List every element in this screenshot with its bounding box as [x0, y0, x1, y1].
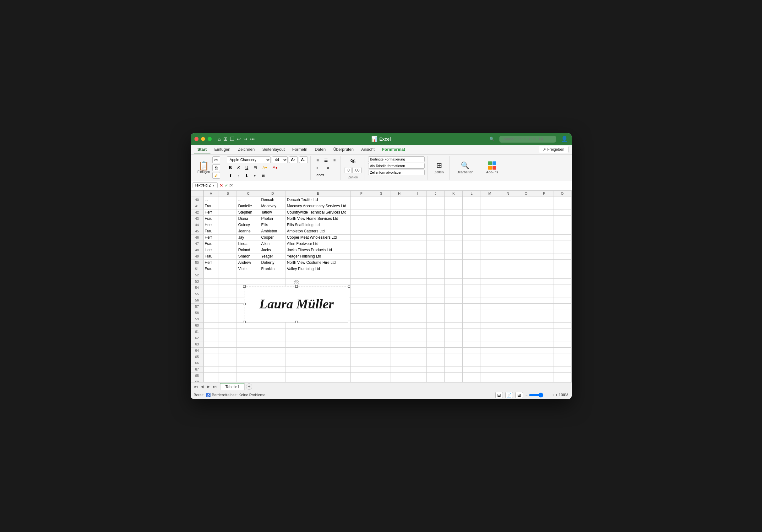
- rotate-handle[interactable]: ↻: [294, 280, 299, 285]
- search-input[interactable]: [499, 136, 556, 143]
- cell[interactable]: [463, 215, 481, 222]
- cell[interactable]: [390, 247, 408, 253]
- cell[interactable]: [372, 372, 390, 379]
- cell[interactable]: [553, 241, 572, 247]
- cell[interactable]: [535, 366, 554, 372]
- cell[interactable]: [553, 196, 572, 203]
- zoom-decrease-icon[interactable]: −: [525, 393, 528, 397]
- cell[interactable]: [553, 354, 572, 360]
- cell[interactable]: [444, 297, 463, 303]
- cell[interactable]: [444, 241, 463, 247]
- cell[interactable]: [219, 253, 237, 260]
- cell[interactable]: [553, 284, 572, 291]
- row-header-61[interactable]: 61: [190, 329, 203, 335]
- cell[interactable]: [372, 360, 390, 366]
- cell[interactable]: [517, 241, 535, 247]
- cell[interactable]: [426, 303, 445, 310]
- cell[interactable]: [408, 297, 426, 303]
- cell[interactable]: [350, 329, 372, 335]
- cell[interactable]: [350, 196, 372, 203]
- cell[interactable]: [390, 241, 408, 247]
- cell[interactable]: [372, 215, 390, 222]
- cell[interactable]: [285, 335, 350, 341]
- col-header-g[interactable]: G: [372, 190, 390, 196]
- cell[interactable]: [408, 203, 426, 209]
- cell[interactable]: [517, 329, 535, 335]
- cell[interactable]: Herr: [203, 260, 219, 266]
- cell[interactable]: [535, 260, 554, 266]
- cell[interactable]: [408, 234, 426, 241]
- cell[interactable]: [285, 329, 350, 335]
- col-header-f[interactable]: F: [350, 190, 372, 196]
- cell[interactable]: [350, 228, 372, 234]
- cell[interactable]: [499, 322, 517, 329]
- cell[interactable]: [260, 366, 285, 372]
- cell[interactable]: [237, 354, 260, 360]
- cell[interactable]: [481, 379, 499, 382]
- cell[interactable]: [203, 329, 219, 335]
- cell[interactable]: [390, 260, 408, 266]
- cell[interactable]: [219, 234, 237, 241]
- cell[interactable]: [463, 372, 481, 379]
- cell[interactable]: [481, 360, 499, 366]
- col-header-l[interactable]: L: [463, 190, 481, 196]
- cell[interactable]: Yeager: [260, 253, 285, 260]
- cell[interactable]: [408, 347, 426, 354]
- align-bottom-button[interactable]: ⬇: [243, 173, 251, 179]
- cell[interactable]: [350, 203, 372, 209]
- cell[interactable]: [390, 297, 408, 303]
- cell[interactable]: [285, 366, 350, 372]
- col-header-h[interactable]: H: [390, 190, 408, 196]
- cell[interactable]: [219, 372, 237, 379]
- cell[interactable]: [499, 310, 517, 316]
- cell[interactable]: [517, 278, 535, 284]
- page-break-button[interactable]: ⊞: [515, 392, 523, 398]
- dropdown-icon[interactable]: ▼: [212, 184, 215, 187]
- cell[interactable]: [237, 366, 260, 372]
- cell[interactable]: [481, 272, 499, 278]
- cell[interactable]: [260, 372, 285, 379]
- cell[interactable]: [517, 291, 535, 297]
- cell[interactable]: [481, 215, 499, 222]
- cell[interactable]: [285, 272, 350, 278]
- cell[interactable]: [390, 372, 408, 379]
- cell[interactable]: ...: [237, 196, 260, 203]
- cell[interactable]: [517, 322, 535, 329]
- cell[interactable]: [426, 278, 445, 284]
- cell[interactable]: [535, 278, 554, 284]
- cell[interactable]: [426, 291, 445, 297]
- cell[interactable]: [553, 366, 572, 372]
- cell[interactable]: [260, 329, 285, 335]
- cell[interactable]: [408, 303, 426, 310]
- cell[interactable]: Jacks Fitness Products Ltd: [285, 247, 350, 253]
- cell[interactable]: [372, 272, 390, 278]
- cell[interactable]: [237, 341, 260, 347]
- cell[interactable]: [203, 291, 219, 297]
- cell[interactable]: [553, 272, 572, 278]
- cell[interactable]: [481, 347, 499, 354]
- close-button[interactable]: [194, 137, 198, 141]
- cell[interactable]: [553, 335, 572, 341]
- cell[interactable]: [499, 297, 517, 303]
- cell[interactable]: [553, 310, 572, 316]
- cell[interactable]: [553, 341, 572, 347]
- cell[interactable]: [553, 322, 572, 329]
- cell[interactable]: [535, 322, 554, 329]
- cell[interactable]: Frau: [203, 215, 219, 222]
- cell[interactable]: [463, 222, 481, 228]
- cell[interactable]: [372, 379, 390, 382]
- cell[interactable]: [553, 215, 572, 222]
- row-header-55[interactable]: 55: [190, 291, 203, 297]
- cell[interactable]: [535, 222, 554, 228]
- cell[interactable]: [535, 203, 554, 209]
- cell[interactable]: [517, 360, 535, 366]
- cell[interactable]: [372, 228, 390, 234]
- fill-color-button[interactable]: A▾: [260, 164, 269, 171]
- page-layout-button[interactable]: 📄: [505, 392, 513, 398]
- cell[interactable]: [219, 335, 237, 341]
- row-header-50[interactable]: 50: [190, 260, 203, 266]
- cell[interactable]: [372, 196, 390, 203]
- indent-more-button[interactable]: ⇥: [323, 165, 331, 171]
- cell[interactable]: [219, 266, 237, 272]
- cell[interactable]: [372, 234, 390, 241]
